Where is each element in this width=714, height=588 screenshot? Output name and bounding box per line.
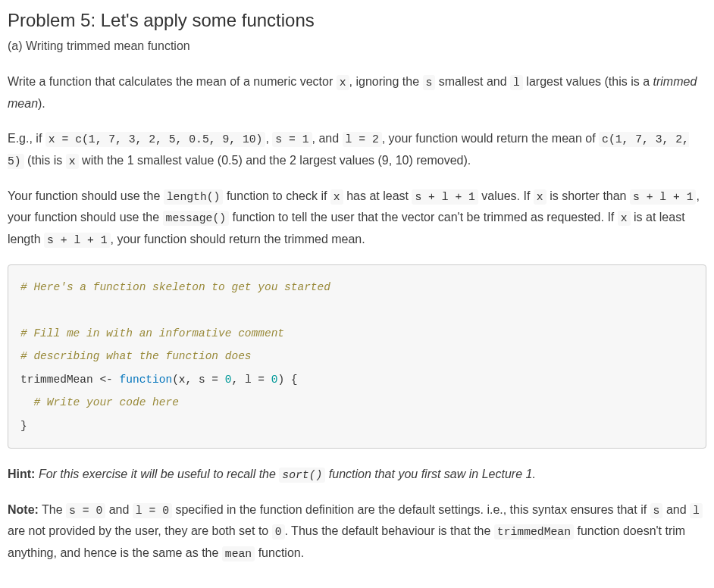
code-block: # Here's a function skeleton to get you … <box>8 264 706 449</box>
inline-code: s = 1 <box>272 132 312 147</box>
code-arg: s = <box>199 374 218 386</box>
inline-code: x <box>66 154 79 169</box>
code-space <box>113 374 120 386</box>
inline-code: 0 <box>272 524 285 540</box>
section-subtitle: (a) Writing trimmed mean function <box>8 38 706 55</box>
text: largest values (this is a <box>523 75 653 88</box>
page-title: Problem 5: Let's apply some functions <box>8 9 706 32</box>
inline-code: sort() <box>279 468 325 483</box>
code-comment: # Fill me in with an informative comment <box>20 327 284 339</box>
text: specified in the function definition are… <box>172 503 650 516</box>
text: are not provided by the user, they are b… <box>8 524 272 537</box>
text: , and <box>312 132 343 145</box>
inline-code: s + l + 1 <box>630 189 697 205</box>
code-identifier: trimmedMean <box>20 374 99 386</box>
text: Write a function that calculates the mea… <box>8 75 337 88</box>
note-label: Note: <box>8 503 39 516</box>
text: , your function should return the trimme… <box>111 233 365 246</box>
text: , your function would return the mean of <box>382 132 599 145</box>
inline-code: s + l + 1 <box>44 233 111 248</box>
inline-code: l <box>510 75 523 90</box>
text: E.g., if <box>8 132 45 145</box>
code-number: 0 <box>218 374 231 386</box>
inline-code: trimmedMean <box>494 524 574 540</box>
inline-code: length() <box>164 189 224 205</box>
text: is shorter than <box>546 189 630 202</box>
text: and <box>662 503 690 516</box>
inline-code: message() <box>163 211 230 226</box>
text: function to check if <box>223 189 330 202</box>
code-comment: # Write your code here <box>20 396 179 408</box>
code-keyword: function <box>120 374 173 386</box>
code-brace: ) { <box>277 374 297 386</box>
inline-code: s = 0 <box>66 503 105 518</box>
inline-code: l = 2 <box>343 132 382 147</box>
text: , <box>265 132 272 145</box>
code-number: 0 <box>265 374 277 386</box>
code-arg: x, <box>179 374 199 386</box>
text: smallest and <box>435 75 510 88</box>
inline-code: x <box>330 189 343 205</box>
inline-code: x <box>534 189 546 205</box>
text: function to tell the user that the vecto… <box>229 211 618 224</box>
text: with the 1 smallest value (0.5) and the … <box>79 154 471 167</box>
hint-label: Hint: <box>8 468 35 480</box>
code-arg: l = <box>245 374 265 386</box>
inline-code: x = c(1, 7, 3, 2, 5, 0.5, 9, 10) <box>45 132 266 147</box>
inline-code: mean <box>222 546 255 561</box>
code-paren: ( <box>172 374 179 386</box>
text: ). <box>38 97 45 110</box>
inline-code: x <box>337 75 349 90</box>
text: For this exercise it will be useful to r… <box>35 468 279 480</box>
inline-code: s + l + 1 <box>412 189 478 205</box>
paragraph-intro: Write a function that calculates the mea… <box>8 71 706 114</box>
text: and <box>105 503 133 516</box>
paragraph-hint: Hint: For this exercise it will be usefu… <box>8 464 706 486</box>
text: has at least <box>343 189 412 202</box>
text: function that you first saw in Lecture 1… <box>325 468 535 480</box>
inline-code: l = 0 <box>133 503 172 518</box>
text: (this is <box>24 154 66 167</box>
paragraph-note: Note: The s = 0 and l = 0 specified in t… <box>8 499 706 565</box>
paragraph-example: E.g., if x = c(1, 7, 3, 2, 5, 0.5, 9, 10… <box>8 128 706 172</box>
code-brace: } <box>20 420 27 432</box>
inline-code: x <box>618 211 631 226</box>
inline-code: s <box>650 503 663 518</box>
inline-code: l <box>690 503 703 518</box>
text: Your function should use the <box>8 189 164 202</box>
text: values. If <box>478 189 534 202</box>
code-assign: <- <box>99 374 112 386</box>
text: . Thus the default behaviour is that the <box>285 524 494 537</box>
text: function. <box>255 546 304 559</box>
inline-code: s <box>423 75 436 90</box>
text: , ignoring the <box>349 75 423 88</box>
code-comment: # describing what the function does <box>20 350 252 362</box>
code-comment: # Here's a function skeleton to get you … <box>20 281 330 293</box>
paragraph-requirements: Your function should use the length() fu… <box>8 186 706 251</box>
text: The <box>39 503 66 516</box>
code-comma: , <box>231 374 244 386</box>
